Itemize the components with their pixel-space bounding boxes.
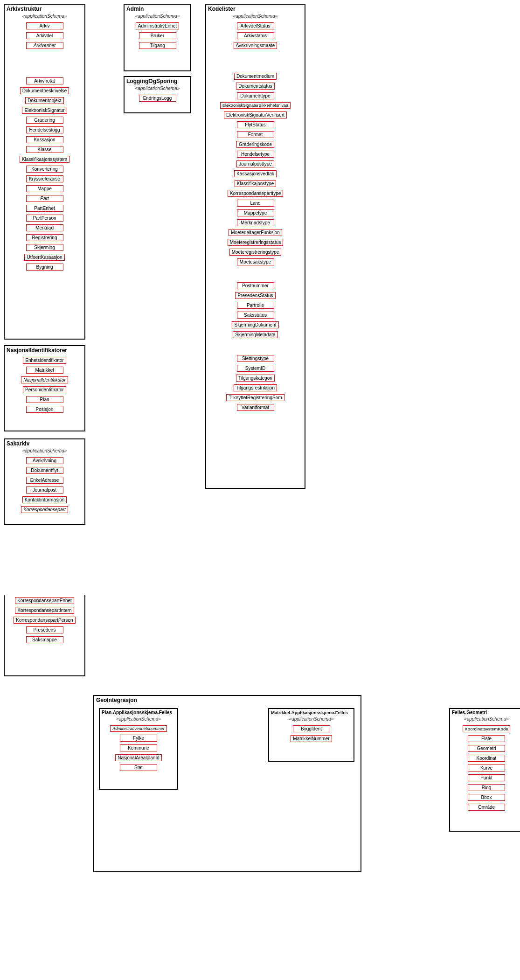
item-flate[interactable]: Flate: [468, 735, 505, 742]
item-klassifikajonstype[interactable]: Klassifikajonstype: [235, 180, 276, 187]
item-skjermingdokument[interactable]: SkjermingDokument: [232, 321, 278, 328]
item-dokumentmedium[interactable]: Dokumentmedium: [234, 73, 277, 80]
item-arkivdel[interactable]: Arkivdel: [26, 32, 63, 39]
item-arkiv[interactable]: Arkiv: [26, 22, 63, 29]
item-flytstatus[interactable]: FlytStatus: [237, 121, 274, 128]
item-tilgangskategori[interactable]: Tilgangskategori: [236, 375, 275, 382]
item-moeteregistreringstype[interactable]: Moeteregistreringstype: [229, 249, 282, 256]
item-saksstatus[interactable]: Saksstatus: [237, 312, 274, 319]
item-moetesakstype[interactable]: Moetesakstype: [237, 258, 274, 265]
item-ring[interactable]: Ring: [468, 784, 505, 791]
item-tilgang[interactable]: Tilgang: [139, 42, 176, 49]
item-enkeladresse[interactable]: EnkelAdresse: [26, 477, 63, 484]
schema-title-logging: LoggingOgSporing: [125, 77, 190, 85]
item-partrolle[interactable]: Partrolle: [237, 302, 274, 309]
item-bruker[interactable]: Bruker: [139, 32, 176, 39]
item-matrikkel[interactable]: Matrikkel: [26, 367, 63, 374]
item-konvertering[interactable]: Konvertering: [26, 166, 63, 173]
item-kryssreferanse[interactable]: Kryssreferanse: [26, 175, 63, 182]
item-skjerming[interactable]: Skjerming: [26, 244, 63, 251]
item-mappetype[interactable]: Mappetype: [237, 209, 274, 216]
item-dokumentobjekt[interactable]: Dokumentobjekt: [25, 97, 63, 104]
item-journalpost[interactable]: Journalpost: [26, 487, 63, 493]
item-skjermingmetadata[interactable]: SkjermingMetadata: [233, 331, 277, 338]
item-koordinatsystemkode[interactable]: KoordinatsystemKode: [463, 725, 511, 732]
item-partenhet[interactable]: PartEnhet: [26, 205, 63, 212]
item-plan[interactable]: Plan: [26, 396, 63, 403]
item-dokumentbeskrivelse[interactable]: Dokumentbeskrivelse: [20, 87, 69, 94]
item-administrativenhetsnummer[interactable]: Administrativenhetsnummer: [110, 725, 167, 732]
item-byggident[interactable]: ByggIdent: [293, 725, 330, 732]
item-enhetsidentifikator[interactable]: Enhetsidentifikator: [23, 357, 66, 364]
item-hendelsetype[interactable]: Hendelsetype: [237, 151, 274, 158]
item-elektronisksignatur[interactable]: ElektroniskSignatur: [22, 107, 67, 114]
item-kassasjon[interactable]: Kassasjon: [26, 136, 63, 143]
item-kontaktinformasjon[interactable]: Kontaktinformasjon: [22, 496, 67, 503]
item-avskrivning[interactable]: Avskrivning: [26, 457, 63, 464]
item-postnummer[interactable]: Postnummer: [237, 282, 274, 289]
item-gradering[interactable]: Gradering: [26, 117, 63, 124]
item-avskrivningsmaate[interactable]: Avskrivningsmaate: [234, 42, 277, 49]
item-klasse[interactable]: Klasse: [26, 146, 63, 153]
item-korrespondansepartintern[interactable]: KorrespondansepartIntern: [15, 607, 74, 614]
item-tilknyttetregistreringssom[interactable]: TilknyttetRegistreringSom: [226, 394, 284, 401]
item-dokumentflyt[interactable]: Dokumentflyt: [26, 467, 63, 474]
item-omraade[interactable]: Område: [468, 804, 505, 811]
item-klassifikasjonssystem[interactable]: Klassifikasjonssystem: [20, 156, 69, 163]
item-korrespondansepartperson[interactable]: KorrespondansepartPerson: [14, 617, 75, 624]
item-korrespondansepartenhet[interactable]: KorrespondansepartEnhet: [15, 597, 74, 604]
item-part[interactable]: Part: [26, 195, 63, 202]
schema-sakarkiv-bottom: KorrespondansepartEnhet Korrespondansepa…: [4, 595, 85, 676]
item-nasjonalidentifikator[interactable]: NasjonalIdentifikator: [21, 376, 68, 383]
item-hendelseslogg[interactable]: Hendelseslogg: [26, 126, 63, 133]
item-bbox[interactable]: Bbox: [468, 794, 505, 801]
item-variantformat[interactable]: Variantformat: [237, 404, 274, 411]
item-arkivnotat[interactable]: Arkivnotat: [26, 77, 63, 84]
item-merknad[interactable]: Merknad: [26, 224, 63, 231]
item-koordinat[interactable]: Koordinat: [468, 755, 505, 762]
item-bygning[interactable]: Bygning: [26, 264, 63, 271]
item-moetedeltager[interactable]: MoetedeltagerFunksjon: [229, 229, 282, 236]
schema-geointegrasjon: GeoIntegrasjon Plan.Applikasjonsskjema.F…: [93, 695, 361, 872]
item-format[interactable]: Format: [237, 131, 274, 138]
item-registrering[interactable]: Registrering: [26, 234, 63, 241]
item-saksmappe[interactable]: Saksmappe: [26, 636, 63, 643]
item-endringslogg[interactable]: EndringsLogg: [139, 95, 176, 102]
item-elektronisksignaturverifisert[interactable]: ElektroniskSignaturVerifisert: [224, 111, 287, 118]
schema-kodelister: Kodelister «applicationSchema» ArkivdelS…: [205, 4, 305, 489]
item-posisjon[interactable]: Posisjon: [26, 406, 63, 413]
item-land[interactable]: Land: [237, 200, 274, 207]
item-journalposttype[interactable]: Journalposttype: [236, 160, 274, 167]
item-arkivdelstatus[interactable]: ArkivdelStatus: [237, 22, 274, 29]
item-partperson[interactable]: PartPerson: [26, 215, 63, 222]
item-korrespondanseparttype[interactable]: Korrespondanseparttype: [228, 190, 284, 197]
item-personidentifikator[interactable]: Personidentifikator: [23, 386, 66, 393]
item-mappe[interactable]: Mappe: [26, 185, 63, 192]
item-utfoertkassasjon[interactable]: UtfoertKassasjon: [24, 254, 64, 261]
item-slettingstype[interactable]: Slettingstype: [237, 355, 274, 362]
item-kurve[interactable]: Kurve: [468, 765, 505, 771]
item-dokumentstatus[interactable]: Dokumentstatus: [236, 83, 274, 90]
item-stat[interactable]: Stat: [120, 764, 157, 771]
item-presedens[interactable]: Presedens: [26, 626, 63, 633]
item-graderingskode[interactable]: Graderingskode: [236, 141, 274, 148]
item-fylke[interactable]: Fylke: [120, 735, 157, 742]
item-dokumenttype[interactable]: Dokumenttype: [237, 92, 274, 99]
item-tilgangsrestriksjon[interactable]: Tilgangsrestriksjon: [234, 384, 277, 391]
item-korrespondansepart[interactable]: Korrespondansepart: [21, 506, 68, 513]
item-nasjonalarealplanid[interactable]: NasjonalArealplanId: [115, 754, 162, 761]
item-geometri[interactable]: Geometri: [468, 745, 505, 752]
item-merknadstype[interactable]: Merknadstype: [237, 219, 274, 226]
item-punkt[interactable]: Punkt: [468, 774, 505, 781]
item-arkivstatus[interactable]: Arkivstatus: [237, 32, 274, 39]
item-presedensstatus[interactable]: PresedensStatus: [235, 292, 275, 299]
item-kassasjonsvedtak[interactable]: Kassasjonsvedtak: [234, 170, 277, 177]
item-moeteregistreringsstatus[interactable]: Moeteregistreringsstatus: [228, 239, 284, 246]
item-systemid[interactable]: SystemID: [237, 365, 274, 372]
item-administrativenhet[interactable]: AdministrativEnhet: [136, 22, 179, 29]
schema-title-nasjonalident: NasjonalIdentifikatorer: [5, 346, 84, 354]
item-elektronisksignaturnivaa[interactable]: ElektroniskSignaturSikkerhetsnivaa: [220, 102, 291, 109]
item-kommune[interactable]: Kommune: [120, 744, 157, 751]
item-arkivenhet[interactable]: Arkivenhet: [26, 42, 63, 49]
item-matrikkelnummer[interactable]: MatrikkelNummer: [291, 735, 332, 742]
